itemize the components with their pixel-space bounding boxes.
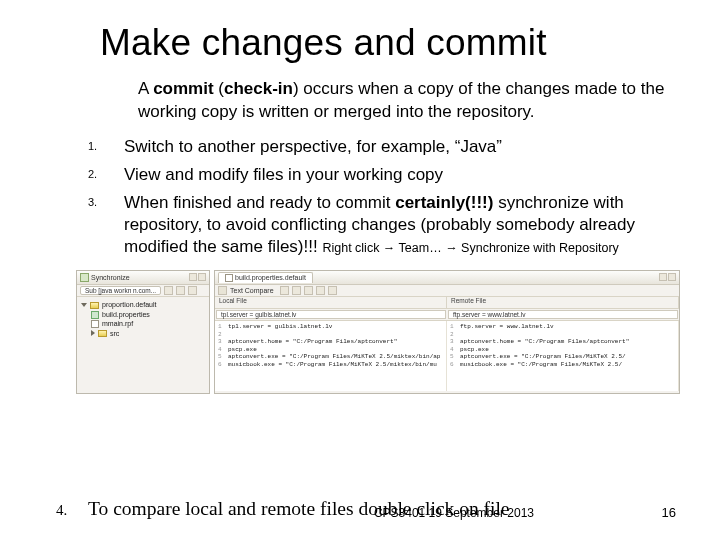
item3-bold: certainly(!!!) (395, 193, 493, 212)
tree-root[interactable]: proportion.default (81, 300, 205, 309)
toolbar-icon[interactable] (188, 286, 197, 295)
tab-label: build.properties.default (235, 274, 306, 281)
screenshot-row: Synchronize Sub [java workn n.com... pro… (38, 268, 682, 394)
code-line: ftp.server = www.latnet.lv (460, 323, 554, 330)
item-text: When finished and ready to commit certai… (124, 192, 672, 258)
file-icon (225, 274, 233, 282)
toolbar-icon[interactable] (292, 286, 301, 295)
slide-title: Make changes and commit (38, 22, 682, 78)
editor-tab[interactable]: build.properties.default (218, 272, 313, 283)
sync-icon (80, 273, 89, 282)
expand-icon (91, 330, 95, 336)
toolbar-icon[interactable] (328, 286, 337, 295)
tree-label: proportion.default (102, 300, 156, 309)
code-line: aptconvert.exe = "C:/Program Files/MiKTe… (460, 353, 626, 360)
code-line: aptconvert.exe = "C:/Program Files/MiKTe… (228, 353, 440, 360)
compare-col-headers: Local File Remote File (215, 297, 679, 309)
intro-bold-commit: commit (153, 79, 213, 98)
intro-bold-checkin: check-in (224, 79, 293, 98)
item-text: Switch to another perspective, for examp… (124, 136, 502, 158)
folder-icon (90, 302, 99, 309)
toolbar-icon[interactable] (176, 286, 185, 295)
toolbar-icon[interactable] (164, 286, 173, 295)
file-icon (91, 311, 99, 319)
intro-paragraph: A commit (check-in) occurs when a copy o… (38, 78, 682, 136)
local-text[interactable]: 1tpl.server = gulbis.latnet.lv 2 3aptcon… (215, 321, 447, 391)
item-number: 3. (88, 192, 124, 258)
tree-label: mmain.rpf (102, 319, 133, 328)
local-path: tpl.server = gulbis.latnet.lv (216, 310, 446, 319)
item-number: 4. (56, 502, 88, 519)
tree-item[interactable]: src (81, 329, 205, 338)
item-number: 2. (88, 164, 124, 186)
sync-title: Synchronize (91, 274, 130, 281)
compare-title: Text Compare (230, 287, 274, 294)
tree-label: src (110, 329, 119, 338)
list-item: 2. View and modify files in your working… (88, 164, 672, 186)
code-line: pscp.exe (228, 346, 257, 353)
pane-controls[interactable] (658, 273, 676, 282)
item3-small: Right click → Team… → Synchronize with R… (322, 241, 618, 255)
local-header: Local File (215, 297, 447, 308)
remote-header: Remote File (447, 297, 679, 308)
code-line: aptconvert.home = "C:/Program Files/aptc… (460, 338, 629, 345)
remote-path: ftp.server = www.latnet.lv (448, 310, 678, 319)
pane-controls[interactable] (188, 273, 206, 282)
folder-icon (98, 330, 107, 337)
remote-text[interactable]: 1ftp.server = www.latnet.lv 2 3aptconver… (447, 321, 679, 391)
intro-paren: ( (214, 79, 224, 98)
list-item: 1. Switch to another perspective, for ex… (88, 136, 672, 158)
compare-pane: build.properties.default Text Compare Lo… (214, 270, 680, 394)
compare-toolbar: Text Compare (215, 285, 679, 297)
code-line: musicbook.exe = "C:/Program Files/MiKTeX… (460, 361, 622, 368)
sync-tree: proportion.default build.properties mmai… (77, 297, 209, 341)
compare-icon (218, 286, 227, 295)
slide: Make changes and commit A commit (check-… (0, 0, 720, 540)
toolbar-icon[interactable] (280, 286, 289, 295)
compare-body: 1tpl.server = gulbis.latnet.lv 2 3aptcon… (215, 321, 679, 391)
item-text: View and modify files in your working co… (124, 164, 443, 186)
item-number: 1. (88, 136, 124, 158)
code-line: musicbook.exe = "C:/Program Files/MiKTeX… (228, 361, 437, 368)
code-line: pscp.exe (460, 346, 489, 353)
tree-label: build.properties (102, 310, 150, 319)
numbered-list: 1. Switch to another perspective, for ex… (38, 136, 682, 268)
list-item: 3. When finished and ready to commit cer… (88, 192, 672, 258)
sync-pane-header: Synchronize (77, 271, 209, 285)
tree-item[interactable]: build.properties (81, 310, 205, 319)
sync-scope-selector[interactable]: Sub [java workn n.com... (80, 286, 161, 295)
intro-lead: A (138, 79, 153, 98)
toolbar-icon[interactable] (316, 286, 325, 295)
sync-pane: Synchronize Sub [java workn n.com... pro… (76, 270, 210, 394)
tree-item[interactable]: mmain.rpf (81, 319, 205, 328)
toolbar-icon[interactable] (304, 286, 313, 295)
code-line: aptconvert.home = "C:/Program Files/aptc… (228, 338, 397, 345)
item3-pre: When finished and ready to commit (124, 193, 395, 212)
compare-tabbar: build.properties.default (215, 271, 679, 285)
footer-course: CPS3401 19 September 2013 (374, 506, 534, 520)
expand-icon (81, 303, 87, 307)
sync-toolbar: Sub [java workn n.com... (77, 285, 209, 297)
file-icon (91, 320, 99, 328)
footer-page: 16 (662, 505, 676, 520)
code-line: tpl.server = gulbis.latnet.lv (228, 323, 332, 330)
compare-paths: tpl.server = gulbis.latnet.lv ftp.server… (215, 309, 679, 321)
